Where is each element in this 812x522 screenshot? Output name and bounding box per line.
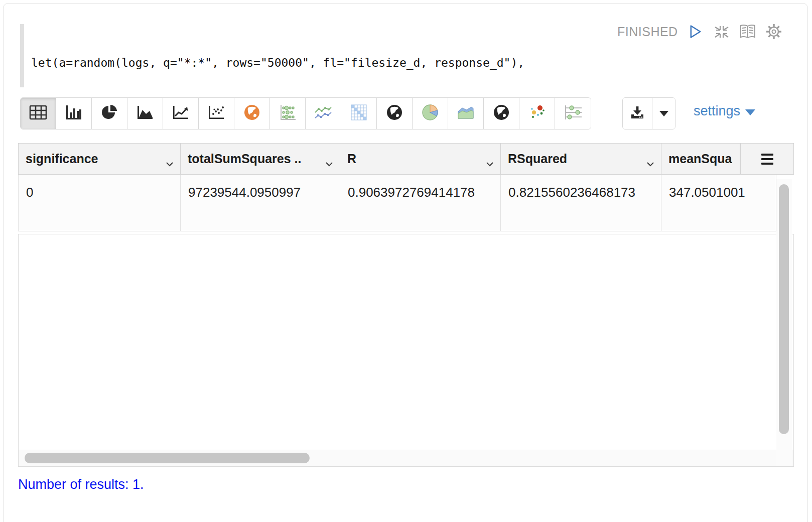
bar-chart-button[interactable] — [56, 98, 92, 129]
pie-pastel-icon — [421, 103, 439, 123]
line-chart-button[interactable] — [163, 98, 199, 129]
vertical-scrollbar-thumb[interactable] — [779, 184, 789, 434]
cell-r: 0.9063972769414178 — [340, 175, 501, 231]
sliders-icon — [564, 104, 583, 122]
results-count-text: Number of results: 1. — [18, 477, 144, 492]
column-header-totalsumsquares[interactable]: totalSumSquares .. — [181, 143, 340, 175]
area-chart-button[interactable] — [127, 98, 163, 129]
sliders-button[interactable] — [555, 98, 591, 129]
area-chart-icon — [137, 105, 154, 122]
cell-rsquared: 0.8215560236468173 — [501, 175, 661, 231]
globe-dark-icon — [386, 104, 403, 123]
scatter-color-icon — [528, 104, 546, 123]
line-chart-icon — [172, 105, 189, 122]
grid-viewport — [18, 234, 794, 467]
download-split-button — [622, 97, 675, 129]
scatter-chart-icon — [208, 105, 225, 122]
chevron-down-icon[interactable] — [165, 156, 174, 170]
table-header-row: significance totalSumSquares .. R RSquar… — [18, 143, 794, 175]
column-label: RSquared — [508, 152, 567, 166]
cell-significance: 0 — [18, 175, 181, 231]
settings-toggle[interactable]: settings — [694, 103, 755, 119]
chevron-down-icon[interactable] — [325, 156, 334, 170]
heatmap-button[interactable] — [341, 98, 377, 129]
column-label: meanSqua — [668, 152, 732, 166]
column-label: significance — [26, 152, 98, 166]
multi-line-icon — [314, 104, 333, 122]
chevron-down-icon[interactable] — [485, 156, 494, 170]
display-toolbar — [20, 97, 591, 129]
gear-icon[interactable] — [765, 23, 782, 40]
multi-line-button[interactable] — [306, 98, 341, 129]
download-icon — [630, 105, 645, 121]
globe-button[interactable] — [377, 98, 413, 129]
table-row: 0 97239544.0950997 0.9063972769414178 0.… — [18, 175, 794, 231]
column-header-r[interactable]: R — [340, 143, 501, 175]
paragraph-controls: FINISHED — [617, 23, 782, 40]
table-icon — [29, 105, 47, 122]
column-header-rsquared[interactable]: RSquared — [501, 143, 661, 175]
download-button[interactable] — [623, 98, 652, 129]
settings-caret-icon — [745, 109, 755, 115]
pie-chart-icon — [101, 104, 117, 122]
pie-chart-button[interactable] — [92, 98, 127, 129]
results-table: significance totalSumSquares .. R RSquar… — [18, 143, 794, 231]
settings-label: settings — [694, 103, 740, 119]
download-options-button[interactable] — [652, 98, 675, 129]
cell-totalsumsquares: 97239544.0950997 — [181, 175, 340, 231]
chart-type-group — [20, 97, 591, 129]
column-label: totalSumSquares .. — [188, 152, 301, 166]
horizontal-scrollbar[interactable] — [19, 450, 793, 466]
cell-meansquarederror: 347.0501001 — [661, 175, 776, 231]
globe-orange-icon — [243, 104, 260, 123]
shrink-icon[interactable] — [713, 23, 730, 40]
run-icon[interactable] — [687, 23, 704, 40]
code-line[interactable]: let(a=random(logs, q="*:*", rows="50000"… — [31, 55, 524, 71]
code-gutter — [20, 24, 24, 87]
column-header-significance[interactable]: significance — [18, 143, 181, 175]
grid-menu-button[interactable] — [740, 143, 794, 175]
hamburger-icon — [761, 154, 773, 156]
vertical-scrollbar[interactable] — [776, 179, 792, 466]
bar-chart-icon — [65, 104, 82, 122]
column-label: R — [347, 152, 356, 166]
map-orange-button[interactable] — [234, 98, 270, 129]
bubble-grid-button[interactable] — [270, 98, 306, 129]
horizontal-scrollbar-thumb[interactable] — [25, 453, 310, 463]
globe-dark-2-icon — [493, 104, 510, 123]
heatmap-icon — [350, 104, 367, 123]
area-pastel-button[interactable] — [448, 98, 484, 129]
column-header-meansquarederror[interactable]: meanSqua — [661, 143, 740, 175]
scatter-chart-button[interactable] — [199, 98, 234, 129]
chevron-down-icon[interactable] — [646, 156, 655, 170]
globe-2-button[interactable] — [484, 98, 519, 129]
pie-pastel-button[interactable] — [413, 98, 448, 129]
status-badge: FINISHED — [617, 25, 678, 39]
scatter-color-button[interactable] — [519, 98, 555, 129]
caret-down-icon — [659, 111, 668, 116]
bubble-grid-icon — [279, 104, 297, 123]
area-pastel-icon — [456, 104, 475, 122]
book-icon[interactable] — [739, 23, 756, 40]
table-view-button[interactable] — [21, 98, 56, 129]
